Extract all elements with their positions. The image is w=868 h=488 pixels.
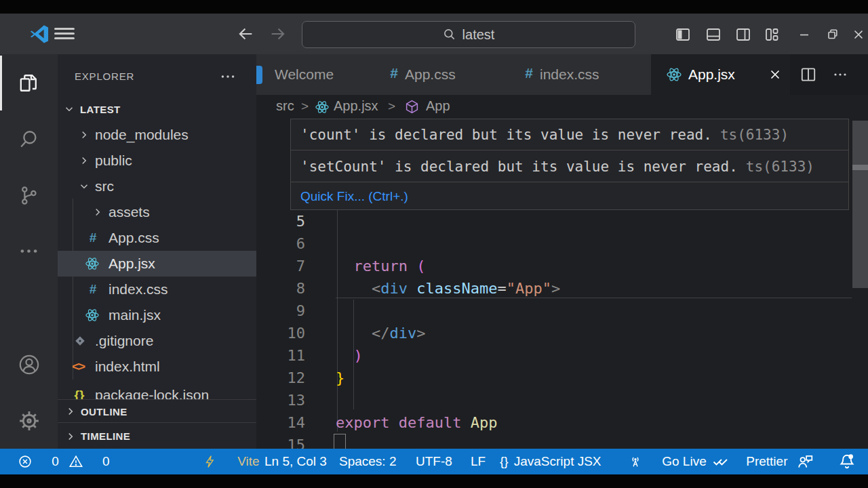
search-text: latest bbox=[462, 27, 495, 43]
react-file-icon bbox=[85, 256, 100, 271]
welcome-tab-icon bbox=[256, 66, 262, 84]
search-icon[interactable] bbox=[18, 128, 40, 150]
menu-hamburger-icon[interactable] bbox=[54, 28, 75, 40]
toggle-sidebar-icon[interactable] bbox=[675, 26, 691, 43]
diagnostic-code: ts(6133) bbox=[746, 159, 814, 175]
more-actions-icon[interactable] bbox=[832, 66, 848, 83]
customize-layout-icon[interactable] bbox=[764, 26, 780, 43]
go-live-status[interactable]: Go Live bbox=[628, 449, 707, 474]
split-editor-icon[interactable] bbox=[800, 66, 817, 83]
error-icon bbox=[18, 424, 46, 488]
problems-status[interactable]: 0 0 bbox=[18, 449, 110, 474]
prettier-status[interactable]: Prettier bbox=[712, 449, 787, 474]
command-center-search[interactable]: latest bbox=[302, 21, 635, 48]
search-icon bbox=[443, 28, 456, 41]
tree-item-assets[interactable]: assets bbox=[58, 199, 256, 225]
double-check-icon bbox=[712, 424, 741, 488]
indentation-status[interactable]: Spaces: 2 bbox=[339, 449, 397, 474]
vite-status[interactable]: Vite bbox=[203, 449, 260, 474]
tab-app-css[interactable]: # App.css bbox=[370, 54, 509, 95]
cursor-position-status[interactable]: Ln 5, Col 3 bbox=[264, 449, 327, 474]
css-file-icon: # bbox=[386, 65, 402, 81]
tree-item-index-css[interactable]: # index.css bbox=[58, 277, 256, 302]
diagnostic-message: 'setCount' is declared but its value is … bbox=[291, 151, 848, 182]
react-file-icon bbox=[315, 100, 330, 115]
tab-welcome[interactable]: Welcome bbox=[256, 54, 370, 95]
tree-root-latest[interactable]: LATEST bbox=[58, 96, 256, 122]
notifications-bell-icon[interactable] bbox=[838, 449, 856, 474]
active-view-indicator bbox=[0, 56, 2, 110]
code-line[interactable]: 8 <div className="App"> bbox=[256, 277, 852, 300]
feedback-icon[interactable] bbox=[796, 449, 814, 474]
code-line[interactable]: 6 bbox=[256, 232, 852, 255]
eol-status[interactable]: LF bbox=[471, 449, 486, 474]
tab-bar: Welcome # App.css # index.css App.jsx bbox=[256, 54, 868, 95]
html-file-icon: <> bbox=[70, 359, 86, 374]
quick-fix-link[interactable]: Quick Fix... (Ctrl+.) bbox=[300, 189, 408, 204]
tree-item-app-css[interactable]: # App.css bbox=[58, 225, 256, 251]
broadcast-icon bbox=[628, 424, 656, 488]
back-arrow-icon[interactable] bbox=[236, 24, 255, 43]
react-file-icon bbox=[666, 66, 682, 83]
chevron-right-icon bbox=[78, 155, 90, 167]
chevron-right-icon bbox=[92, 206, 104, 218]
toggle-secondary-sidebar-icon[interactable] bbox=[735, 26, 751, 43]
code-line[interactable]: 14export default App bbox=[256, 411, 852, 434]
code-line[interactable]: 7 return ( bbox=[256, 255, 852, 277]
braces-icon: {} bbox=[500, 454, 509, 469]
close-tab-icon[interactable] bbox=[768, 67, 783, 82]
tree-item-index-html[interactable]: <> index.html bbox=[58, 354, 256, 380]
breadcrumb: src > App.jsx > App bbox=[256, 95, 868, 119]
status-bar: 0 0 Vite Ln 5, Col 3 Spaces: 2 UTF-8 LF … bbox=[0, 449, 868, 474]
css-file-icon: # bbox=[85, 282, 101, 297]
letterbox-top bbox=[0, 0, 868, 14]
vscode-logo-icon bbox=[28, 23, 50, 45]
accounts-icon[interactable] bbox=[18, 353, 41, 376]
explorer-files-icon[interactable] bbox=[18, 72, 40, 94]
close-button[interactable] bbox=[850, 26, 867, 43]
explorer-sidebar: EXPLORER LATEST node_modules public src … bbox=[58, 54, 256, 449]
code-line[interactable]: 9 bbox=[256, 300, 852, 322]
chevron-down-icon bbox=[63, 103, 75, 115]
code-line[interactable]: 11 ) bbox=[256, 344, 852, 367]
tree-item-node-modules[interactable]: node_modules bbox=[58, 122, 256, 148]
code-line[interactable]: 5 bbox=[256, 210, 852, 232]
code-line[interactable]: 10 </div> bbox=[256, 322, 852, 344]
toggle-panel-icon[interactable] bbox=[705, 26, 722, 43]
diagnostics-hover-popup: 'count' is declared but its value is nev… bbox=[290, 119, 849, 210]
tree-item-app-jsx[interactable]: App.jsx bbox=[58, 251, 256, 277]
tab-index-css[interactable]: # index.css bbox=[509, 54, 652, 95]
encoding-status[interactable]: UTF-8 bbox=[416, 449, 452, 474]
minimize-button[interactable] bbox=[796, 26, 812, 43]
sidebar-title: EXPLORER bbox=[75, 70, 134, 82]
code-line[interactable]: 13 bbox=[256, 389, 852, 411]
breadcrumb-src[interactable]: src bbox=[276, 98, 294, 114]
diagnostic-message: 'count' is declared but its value is nev… bbox=[291, 119, 848, 150]
forward-arrow-icon[interactable] bbox=[269, 24, 288, 43]
restore-button[interactable] bbox=[825, 26, 841, 43]
vscode-window: latest bbox=[0, 0, 868, 488]
breadcrumb-separator: > bbox=[301, 99, 309, 114]
chevron-right-icon bbox=[64, 405, 77, 418]
code-line[interactable]: 15 bbox=[256, 434, 852, 449]
symbol-cube-icon bbox=[404, 99, 420, 115]
language-mode-status[interactable]: {} JavaScript JSX bbox=[500, 449, 601, 474]
activity-bar bbox=[0, 54, 58, 449]
source-control-icon[interactable] bbox=[18, 184, 40, 207]
tab-app-jsx[interactable]: App.jsx bbox=[651, 54, 791, 95]
css-file-icon: # bbox=[85, 230, 101, 245]
tree-item-src[interactable]: src bbox=[58, 174, 256, 199]
quick-fix-row: Quick Fix... (Ctrl+.) bbox=[291, 183, 848, 209]
tree-item-public[interactable]: public bbox=[58, 148, 256, 174]
react-file-icon bbox=[85, 308, 100, 323]
code-line[interactable]: 12} bbox=[256, 367, 852, 389]
tree-item-main-jsx[interactable]: main.jsx bbox=[58, 302, 256, 328]
outline-section-header[interactable]: OUTLINE bbox=[58, 399, 256, 423]
tree-item-gitignore[interactable]: .gitignore bbox=[58, 328, 256, 354]
editor-scrollbar[interactable] bbox=[852, 121, 868, 288]
breadcrumb-symbol[interactable]: App bbox=[426, 98, 450, 114]
chevron-right-icon bbox=[78, 129, 90, 141]
explorer-actions-icon[interactable] bbox=[219, 68, 237, 85]
breadcrumb-file[interactable]: App.jsx bbox=[334, 98, 378, 114]
more-views-icon[interactable] bbox=[18, 240, 40, 262]
